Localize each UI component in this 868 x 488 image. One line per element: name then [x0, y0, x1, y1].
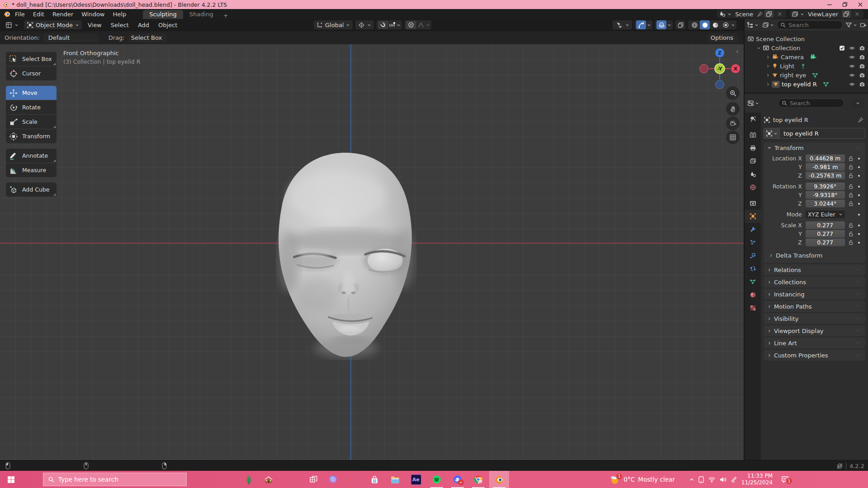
drag-grip-icon[interactable]: [855, 328, 862, 334]
viewport-menu-select[interactable]: Select: [108, 22, 132, 28]
animate-dot-icon[interactable]: [855, 224, 863, 227]
drag-grip-icon[interactable]: [855, 352, 862, 359]
close-button[interactable]: [853, 0, 868, 9]
value-field[interactable]: 0.44628 m: [806, 155, 845, 162]
new-scene-button[interactable]: [764, 10, 774, 18]
outliner-row-collection[interactable]: Collection: [745, 43, 868, 52]
outliner-row-light[interactable]: Light: [745, 61, 868, 70]
tool-scale[interactable]: Scale: [6, 115, 57, 129]
drag-grip-icon[interactable]: [855, 315, 862, 322]
value-field[interactable]: 9.3926°: [806, 183, 845, 190]
outliner-row-scene-collection[interactable]: Scene Collection: [745, 34, 868, 43]
show-overlays-icon[interactable]: [656, 20, 666, 29]
hide-in-viewport-icon[interactable]: [849, 63, 855, 69]
workspace-tab-sculpting[interactable]: Sculpting: [143, 10, 183, 19]
outliner-row-camera[interactable]: Camera: [745, 52, 868, 61]
taskbar-app-spotify[interactable]: [427, 471, 447, 488]
panel-motion-paths[interactable]: Motion Paths: [764, 301, 865, 312]
tool-move[interactable]: Move: [6, 86, 57, 100]
new-viewlayer-button[interactable]: [842, 10, 851, 18]
panel-relations[interactable]: Relations: [764, 264, 865, 275]
expand-icon[interactable]: [765, 72, 770, 79]
animate-dot-icon[interactable]: [855, 185, 863, 188]
properties-tab-particles[interactable]: [745, 236, 761, 249]
animate-dot-icon[interactable]: [855, 174, 863, 178]
properties-tab-world[interactable]: [745, 181, 761, 194]
animate-dot-icon[interactable]: [855, 241, 863, 244]
volume-icon[interactable]: [720, 477, 727, 483]
panel-viewport-display[interactable]: Viewport Display: [764, 325, 865, 336]
viewport-menu-view[interactable]: View: [85, 22, 105, 28]
shading-rendered-icon[interactable]: [721, 22, 731, 28]
lock-icon[interactable]: [847, 201, 856, 207]
properties-tab-collection[interactable]: [745, 197, 761, 210]
drag-grip-icon[interactable]: [855, 267, 862, 273]
hide-in-viewport-icon[interactable]: [849, 72, 855, 78]
transform-panel-header[interactable]: Transform: [764, 142, 865, 153]
animate-dot-icon[interactable]: [855, 213, 863, 216]
remove-viewlayer-button[interactable]: [853, 10, 862, 18]
properties-search-input[interactable]: Search: [778, 99, 844, 108]
properties-tab-view-layer[interactable]: [745, 155, 761, 168]
tool-cursor[interactable]: Cursor: [6, 66, 57, 80]
proportional-edit-icon[interactable]: [406, 21, 416, 29]
scene-selector[interactable]: Scene: [717, 10, 786, 18]
object-id-dropdown[interactable]: [764, 128, 779, 139]
drag-grip-icon[interactable]: [855, 145, 862, 151]
pin-icon[interactable]: [757, 11, 763, 17]
tray-expand-icon[interactable]: [689, 477, 694, 482]
viewport-menu-add[interactable]: Add: [135, 22, 152, 28]
value-field[interactable]: 3.0244°: [806, 200, 845, 207]
properties-options-dropdown[interactable]: [851, 99, 864, 108]
taskbar-app-file-explorer[interactable]: [385, 471, 405, 488]
shading-wireframe-icon[interactable]: [689, 22, 699, 28]
taskbar-clock[interactable]: 11:33 PM 11/25/2024: [741, 473, 773, 486]
animate-dot-icon[interactable]: [855, 165, 863, 169]
zoom-button[interactable]: [726, 86, 740, 100]
animate-dot-icon[interactable]: [855, 193, 863, 197]
options-dropdown[interactable]: Options: [708, 33, 738, 42]
falloff-curve-icon[interactable]: [417, 22, 425, 28]
outliner-editor-type-dropdown[interactable]: [746, 20, 760, 29]
lock-icon[interactable]: [847, 183, 856, 190]
value-field[interactable]: -0.25763 m: [806, 172, 845, 179]
sidebar-collapse-arrow[interactable]: ‹: [736, 48, 738, 55]
disable-in-render-icon[interactable]: [859, 72, 865, 78]
tool-annotate[interactable]: Annotate: [6, 149, 57, 163]
menu-help[interactable]: Help: [109, 11, 131, 18]
menu-edit[interactable]: Edit: [29, 11, 48, 18]
workspace-tab-shading[interactable]: Shading: [183, 10, 220, 19]
properties-tab-physics[interactable]: [745, 249, 761, 262]
lock-icon[interactable]: [847, 222, 856, 229]
properties-tab-modifier[interactable]: [745, 223, 761, 236]
panel-instancing[interactable]: Instancing: [764, 289, 865, 300]
notification-center-icon[interactable]: 1: [781, 476, 789, 483]
disable-in-render-icon[interactable]: [859, 45, 865, 51]
properties-tab-scene[interactable]: [745, 168, 761, 181]
panel-line-art[interactable]: Line Art: [764, 338, 865, 348]
shading-solid-icon[interactable]: [700, 20, 710, 29]
pin-id-icon[interactable]: [858, 117, 863, 123]
lock-icon[interactable]: [847, 173, 856, 179]
animate-dot-icon[interactable]: [855, 202, 863, 206]
tool-rotate[interactable]: Rotate: [6, 100, 57, 114]
value-field[interactable]: -9.9318°: [806, 191, 845, 199]
taskbar-app-task-view[interactable]: [303, 471, 323, 488]
panel-visibility[interactable]: Visibility: [764, 313, 865, 324]
value-field[interactable]: 0.277: [806, 221, 845, 229]
taskbar-app-microsoft-store[interactable]: [364, 471, 384, 488]
properties-tab-material[interactable]: [745, 288, 761, 301]
show-object-types-dropdown[interactable]: [613, 20, 632, 29]
pivot-point-dropdown[interactable]: [355, 20, 374, 29]
toggle-xray-icon[interactable]: [675, 20, 685, 29]
lock-icon[interactable]: [847, 164, 856, 170]
drag-grip-icon[interactable]: [855, 291, 862, 298]
start-button[interactable]: [0, 471, 22, 488]
drag-grip-icon[interactable]: [855, 340, 862, 347]
value-field[interactable]: 0.277: [806, 239, 845, 246]
mode-dropdown[interactable]: Object Mode: [24, 20, 82, 29]
value-field[interactable]: -0.981 m: [806, 163, 845, 171]
expand-icon[interactable]: [765, 54, 770, 61]
panel-collections[interactable]: Collections: [764, 277, 865, 287]
panel-custom-properties[interactable]: Custom Properties: [764, 350, 865, 361]
